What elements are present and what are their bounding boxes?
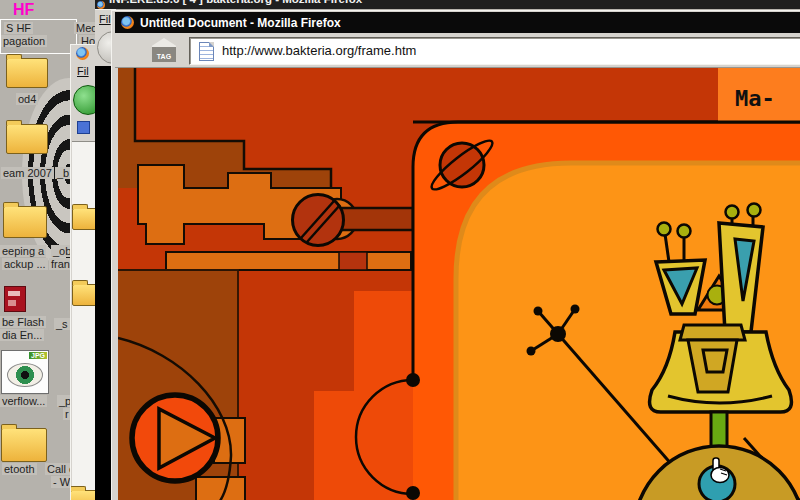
line-end-dot (406, 486, 420, 500)
folder-icon[interactable] (1, 428, 47, 462)
folder-icon[interactable] (3, 206, 47, 238)
icon-label[interactable]: ackup ... (2, 258, 48, 270)
icon-label[interactable]: verflow... (0, 395, 47, 407)
folder-icon[interactable] (6, 58, 48, 88)
toolbar-icon[interactable] (77, 121, 90, 134)
icon-label[interactable]: pagation (1, 35, 47, 47)
url-text: http://www.bakteria.org/frame.htm (222, 43, 416, 58)
folder-icon[interactable] (72, 208, 96, 230)
robot-collar (680, 325, 745, 340)
antenna-ball (726, 206, 739, 219)
window-title: Untitled Document - Mozilla Firefox (140, 16, 341, 30)
firefox-icon (97, 1, 105, 9)
icon-label[interactable]: od4 (16, 93, 38, 105)
icon-label[interactable]: eeping a (0, 245, 46, 257)
puzzle-dark-block (339, 252, 367, 270)
background-window-title: INF.ERE.d5.6 [ 4 ] bakteria.org - Mozill… (109, 0, 362, 5)
side-window-content (72, 141, 96, 500)
icon-label[interactable]: S HF (4, 22, 33, 34)
desktop-magenta-text: HF (13, 1, 34, 19)
puzzle-orange-strip (166, 252, 411, 270)
jpg-image-icon[interactable]: JPG (1, 350, 49, 394)
screen: HF JPG S HF pagation Medal Hor od4 eam 2… (0, 0, 800, 500)
antenna-ball (748, 204, 761, 217)
icon-label[interactable]: eam 2007 (1, 167, 54, 179)
navigation-toolbar: TAG http://www.bakteria.org/frame.htm (115, 33, 800, 68)
adobe-file-icon[interactable] (4, 286, 26, 312)
page-icon (199, 42, 214, 61)
folder-icon[interactable] (72, 284, 96, 306)
icon-label[interactable]: dia En... (0, 329, 44, 341)
screw-head[interactable] (293, 195, 344, 246)
robot-cup (688, 340, 737, 392)
play-button[interactable] (132, 395, 218, 481)
firefox-icon (76, 47, 89, 60)
address-bar[interactable]: http://www.bakteria.org/frame.htm (189, 37, 800, 65)
screw-rod (341, 208, 413, 230)
flash-artwork: Ma- (118, 68, 800, 500)
file-menu[interactable]: Fil (99, 13, 111, 25)
heading-fragment: Ma- (735, 86, 775, 111)
background-window-titlebar[interactable]: INF.ERE.d5.6 [ 4 ] bakteria.org - Mozill… (95, 0, 800, 9)
antenna-ball (678, 225, 691, 238)
icon-label[interactable]: be Flash (0, 316, 46, 328)
antenna-ball (658, 223, 671, 236)
tag-label: TAG (152, 53, 176, 60)
side-window[interactable]: Fil (70, 44, 96, 500)
line-end-dot (406, 373, 420, 387)
go-button[interactable] (73, 85, 96, 115)
icon-label[interactable]: etooth (2, 463, 37, 475)
icon-label[interactable]: _s (54, 318, 70, 330)
eye-thumbnail (7, 363, 43, 387)
icon-label[interactable]: - W (51, 476, 72, 488)
file-menu[interactable]: Fil (77, 65, 89, 77)
firefox-icon (121, 16, 134, 29)
icon-label[interactable]: _b (55, 167, 71, 179)
tag-extension-icon[interactable]: TAG (152, 38, 176, 62)
folder-icon[interactable] (6, 124, 48, 154)
browser-window: Untitled Document - Mozilla Firefox TAG … (111, 10, 800, 500)
titlebar[interactable]: Untitled Document - Mozilla Firefox (115, 12, 800, 33)
jpg-badge: JPG (29, 352, 47, 359)
folder-icon[interactable] (70, 490, 96, 500)
puzzle-orange-rect (196, 477, 245, 500)
